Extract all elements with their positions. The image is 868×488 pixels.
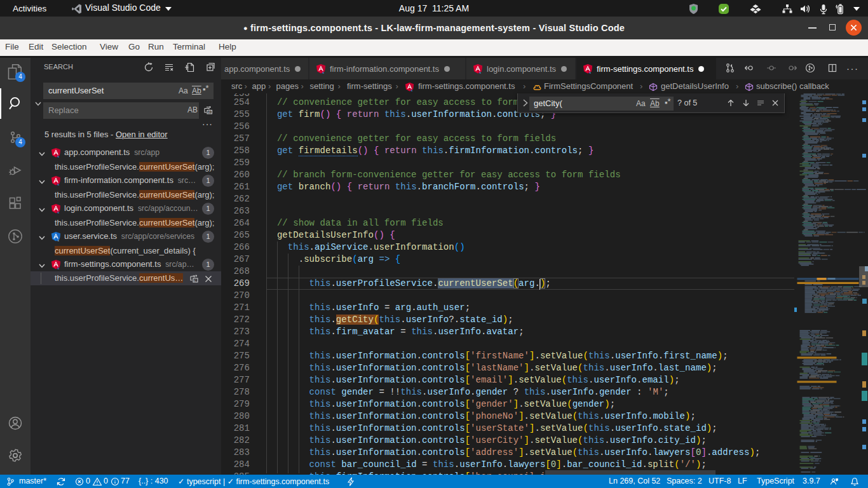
svg-text:s: s — [411, 88, 413, 92]
